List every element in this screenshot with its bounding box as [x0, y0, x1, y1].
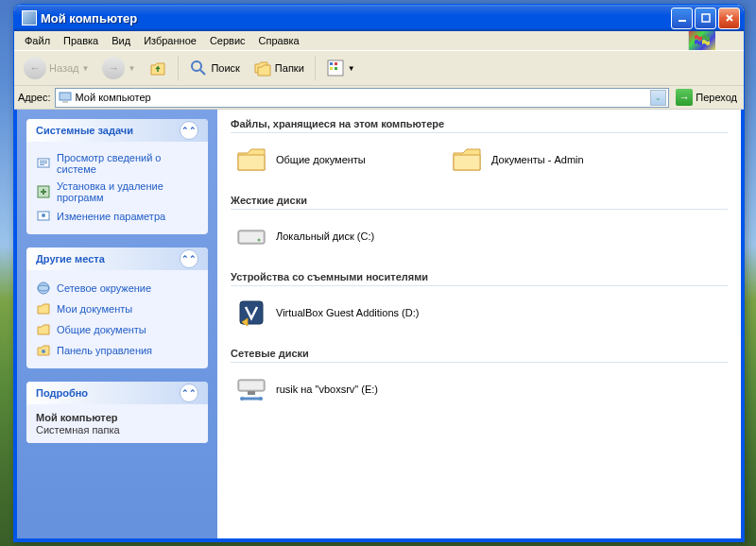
system-tasks-box: Системные задачи ⌃⌃ Просмотр сведений о …	[26, 119, 208, 234]
back-label: Назад	[49, 62, 79, 74]
collapse-icon[interactable]: ⌃⌃	[180, 384, 198, 402]
collapse-icon[interactable]: ⌃⌃	[180, 121, 198, 140]
place-item[interactable]: Общие документы	[36, 319, 198, 340]
folder-icon	[450, 143, 484, 177]
svg-point-22	[258, 239, 261, 242]
svg-rect-27	[248, 391, 255, 395]
folders-button[interactable]: Папки	[248, 55, 310, 81]
window-title: Мой компьютер	[41, 11, 671, 26]
details-header[interactable]: Подробно ⌃⌃	[26, 382, 208, 404]
svg-rect-0	[679, 20, 686, 22]
items-container: Общие документыДокументы - Admin	[231, 139, 728, 180]
svg-rect-26	[240, 382, 263, 389]
place-label: Общие документы	[57, 324, 146, 335]
place-label: Панель управления	[57, 345, 152, 356]
svg-rect-7	[335, 67, 337, 70]
other-places-title: Другие места	[36, 253, 105, 264]
item-name: rusik на "vboxsrv" (E:)	[276, 384, 378, 395]
group-header: Жесткие диски	[231, 192, 728, 210]
views-icon	[326, 59, 345, 77]
svg-rect-9	[62, 101, 68, 103]
svg-rect-4	[330, 62, 333, 65]
maximize-button[interactable]	[695, 8, 716, 29]
place-item[interactable]: Панель управления	[36, 340, 198, 361]
task-item[interactable]: Установка и удаление программ	[36, 178, 198, 206]
chevron-down-icon: ▼	[348, 64, 355, 73]
other-places-box: Другие места ⌃⌃ Сетевое окружениеМои док…	[26, 247, 208, 368]
vbox-icon	[234, 296, 268, 330]
minimize-button[interactable]	[671, 8, 693, 29]
separator	[178, 56, 179, 80]
search-icon	[189, 59, 208, 77]
svg-rect-1	[702, 14, 710, 22]
windows-logo-icon	[688, 31, 715, 50]
place-item[interactable]: Мои документы	[36, 299, 198, 319]
menu-file[interactable]: Файл	[18, 33, 57, 48]
menu-view[interactable]: Вид	[105, 33, 137, 48]
go-button[interactable]: → Переход	[673, 88, 740, 107]
menu-help[interactable]: Справка	[252, 33, 306, 48]
title-bar[interactable]: Мой компьютер	[14, 5, 744, 31]
menu-bar: Файл Правка Вид Избранное Сервис Справка	[14, 31, 744, 50]
details-name: Мой компьютер	[36, 412, 198, 423]
window-icon	[22, 10, 37, 26]
svg-rect-6	[330, 67, 333, 70]
task-icon	[36, 156, 51, 171]
item-name: Документы - Admin	[491, 154, 584, 165]
svg-point-16	[42, 213, 45, 217]
go-label: Переход	[696, 92, 737, 103]
svg-point-28	[240, 397, 244, 401]
place-icon	[36, 301, 51, 316]
group-header: Сетевые диски	[231, 345, 728, 363]
system-tasks-list: Просмотр сведений о системеУстановка и у…	[26, 142, 208, 234]
task-item[interactable]: Изменение параметра	[36, 206, 198, 227]
details-type: Системная папка	[36, 424, 198, 435]
file-item[interactable]: rusik на "vboxsrv" (E:)	[231, 368, 446, 410]
task-label: Просмотр сведений о системе	[57, 152, 198, 175]
item-group: Жесткие дискиЛокальный диск (C:)	[231, 192, 728, 257]
address-dropdown[interactable]: ⌄	[650, 90, 666, 106]
file-item[interactable]: Документы - Admin	[446, 139, 662, 180]
svg-rect-13	[40, 164, 44, 165]
place-icon	[36, 322, 51, 337]
group-header: Файлы, хранящиеся на этом компьютере	[231, 115, 728, 133]
search-label: Поиск	[211, 62, 239, 74]
up-button[interactable]	[143, 55, 173, 81]
svg-point-17	[38, 282, 49, 294]
address-label: Адрес:	[18, 92, 51, 103]
forward-button[interactable]: → ▼	[96, 53, 141, 83]
item-group: Файлы, хранящиеся на этом компьютереОбщи…	[231, 115, 728, 180]
file-item[interactable]: Общие документы	[231, 139, 446, 180]
separator	[315, 56, 316, 80]
collapse-icon[interactable]: ⌃⌃	[180, 249, 198, 268]
svg-point-19	[42, 350, 45, 353]
place-label: Сетевое окружение	[57, 282, 151, 294]
main-view[interactable]: Файлы, хранящиеся на этом компьютереОбщи…	[217, 110, 741, 538]
system-tasks-title: Системные задачи	[36, 125, 133, 136]
menu-edit[interactable]: Правка	[57, 33, 105, 48]
address-value: Мой компьютер	[76, 92, 151, 103]
address-input[interactable]: Мой компьютер ⌄	[55, 88, 670, 108]
task-icon	[36, 209, 51, 224]
content-area: Системные задачи ⌃⌃ Просмотр сведений о …	[14, 110, 744, 541]
file-item[interactable]: Локальный диск (C:)	[231, 215, 446, 257]
close-button[interactable]	[718, 8, 740, 29]
item-name: Общие документы	[276, 154, 366, 165]
items-container: VirtualBox Guest Additions (D:)	[231, 292, 728, 333]
other-places-list: Сетевое окружениеМои документыОбщие доку…	[26, 270, 208, 368]
folders-label: Папки	[275, 62, 304, 74]
place-icon	[36, 281, 51, 296]
views-button[interactable]: ▼	[320, 55, 361, 81]
back-button[interactable]: ← Назад ▼	[18, 53, 94, 83]
address-bar: Адрес: Мой компьютер ⌄ → Переход	[14, 86, 744, 110]
place-label: Мои документы	[57, 303, 132, 315]
menu-tools[interactable]: Сервис	[203, 33, 252, 48]
system-tasks-header[interactable]: Системные задачи ⌃⌃	[26, 119, 208, 142]
task-item[interactable]: Просмотр сведений о системе	[36, 149, 198, 178]
other-places-header[interactable]: Другие места ⌃⌃	[26, 247, 208, 270]
menu-favorites[interactable]: Избранное	[137, 33, 203, 48]
file-item[interactable]: VirtualBox Guest Additions (D:)	[231, 292, 446, 333]
place-item[interactable]: Сетевое окружение	[36, 278, 198, 299]
task-label: Изменение параметра	[57, 211, 165, 222]
search-button[interactable]: Поиск	[183, 55, 245, 81]
